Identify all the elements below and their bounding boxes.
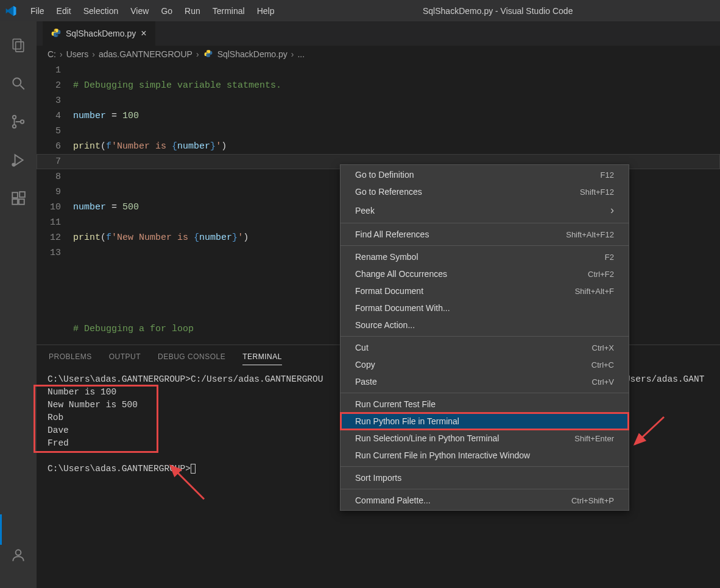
svg-rect-0 <box>13 39 21 49</box>
ctx-goto-definition[interactable]: Go to DefinitionF12 <box>341 166 629 183</box>
svg-rect-11 <box>19 199 24 205</box>
activity-bar <box>0 21 37 588</box>
ctx-format-document[interactable]: Format DocumentShift+Alt+F <box>341 282 629 299</box>
ctx-run-python-file-terminal[interactable]: Run Python File in Terminal <box>341 413 629 430</box>
explorer-icon[interactable] <box>4 30 33 60</box>
ctx-format-document-with[interactable]: Format Document With... <box>341 299 629 317</box>
ctx-rename-symbol[interactable]: Rename SymbolF2 <box>341 248 629 265</box>
tab-output[interactable]: OUTPUT <box>109 349 141 365</box>
vscode-logo-icon <box>5 5 17 17</box>
chevron-right-icon: › <box>92 49 95 59</box>
menu-go[interactable]: Go <box>155 2 178 19</box>
ctx-run-interactive[interactable]: Run Current File in Python Interactive W… <box>341 447 629 464</box>
breadcrumb-segment[interactable]: C: <box>48 49 56 59</box>
svg-rect-1 <box>16 42 24 52</box>
window-title: SqlShackDemo.py - Visual Studio Code <box>280 6 715 16</box>
tab-problems[interactable]: PROBLEMS <box>49 349 92 365</box>
ctx-separator <box>341 466 629 467</box>
ctx-separator <box>341 245 629 246</box>
svg-point-2 <box>13 78 21 86</box>
svg-point-4 <box>13 116 16 119</box>
python-file-icon <box>51 28 61 40</box>
ctx-run-selection[interactable]: Run Selection/Line in Python TerminalShi… <box>341 430 629 447</box>
breadcrumb-segment[interactable]: ... <box>297 49 305 59</box>
ctx-separator <box>341 393 629 393</box>
menu-bar: File Edit Selection View Go Run Terminal… <box>24 2 280 19</box>
python-file-icon <box>204 49 213 60</box>
ctx-source-action[interactable]: Source Action... <box>341 317 629 334</box>
menu-selection[interactable]: Selection <box>77 2 125 19</box>
extensions-icon[interactable] <box>4 184 33 213</box>
breadcrumb-segment[interactable]: SqlShackDemo.py <box>217 49 288 59</box>
line-number-gutter: 123 456 789 101112 13 <box>37 63 73 345</box>
menu-help[interactable]: Help <box>251 2 281 19</box>
menu-terminal[interactable]: Terminal <box>206 2 251 19</box>
svg-rect-9 <box>12 192 18 198</box>
breadcrumb-segment[interactable]: adas.GANTNERGROUP <box>99 49 192 59</box>
accent-indicator <box>0 514 2 545</box>
svg-rect-12 <box>19 192 25 197</box>
chevron-right-icon: › <box>60 49 63 59</box>
ctx-find-all-references[interactable]: Find All ReferencesShift+Alt+F12 <box>341 226 629 243</box>
menu-view[interactable]: View <box>124 2 155 19</box>
search-icon[interactable] <box>4 69 33 98</box>
editor-tab[interactable]: SqlShackDemo.py × <box>43 21 156 46</box>
ctx-change-occurrences[interactable]: Change All OccurrencesCtrl+F2 <box>341 265 629 282</box>
svg-point-8 <box>12 163 15 166</box>
svg-point-13 <box>16 550 21 555</box>
run-debug-icon[interactable] <box>4 145 33 175</box>
editor-context-menu: Go to DefinitionF12 Go to ReferencesShif… <box>340 164 629 511</box>
accounts-icon[interactable] <box>4 541 33 570</box>
ctx-separator <box>341 223 629 223</box>
ctx-run-current-test[interactable]: Run Current Test File <box>341 396 629 413</box>
svg-point-5 <box>13 125 16 128</box>
tab-filename: SqlShackDemo.py <box>66 29 136 38</box>
ctx-paste[interactable]: PasteCtrl+V <box>341 373 629 390</box>
svg-rect-10 <box>12 199 18 205</box>
ctx-goto-references[interactable]: Go to ReferencesShift+F12 <box>341 183 629 200</box>
tab-terminal[interactable]: TERMINAL <box>242 349 282 365</box>
menu-file[interactable]: File <box>24 2 51 19</box>
annotation-output-highlight <box>34 385 158 453</box>
ctx-cut[interactable]: CutCtrl+X <box>341 339 629 356</box>
menu-edit[interactable]: Edit <box>51 2 77 19</box>
ctx-peek[interactable]: Peek <box>341 200 629 220</box>
svg-marker-7 <box>15 155 23 165</box>
terminal-cursor <box>191 464 196 474</box>
source-control-icon[interactable] <box>4 107 33 136</box>
chevron-right-icon: › <box>291 49 294 59</box>
close-tab-icon[interactable]: × <box>141 28 146 39</box>
ctx-separator <box>341 336 629 337</box>
ctx-command-palette[interactable]: Command Palette...Ctrl+Shift+P <box>341 492 629 509</box>
title-bar: File Edit Selection View Go Run Terminal… <box>0 0 720 21</box>
svg-point-6 <box>21 120 24 123</box>
ctx-separator <box>341 489 629 489</box>
svg-line-3 <box>20 85 24 89</box>
tab-debug-console[interactable]: DEBUG CONSOLE <box>158 349 225 365</box>
ctx-copy[interactable]: CopyCtrl+C <box>341 356 629 373</box>
chevron-right-icon: › <box>196 49 199 59</box>
editor-tab-bar: SqlShackDemo.py × <box>37 21 720 46</box>
breadcrumb: C: › Users › adas.GANTNERGROUP › SqlShac… <box>37 46 720 63</box>
breadcrumb-segment[interactable]: Users <box>66 49 89 59</box>
ctx-sort-imports[interactable]: Sort Imports <box>341 469 629 486</box>
menu-run[interactable]: Run <box>178 2 206 19</box>
